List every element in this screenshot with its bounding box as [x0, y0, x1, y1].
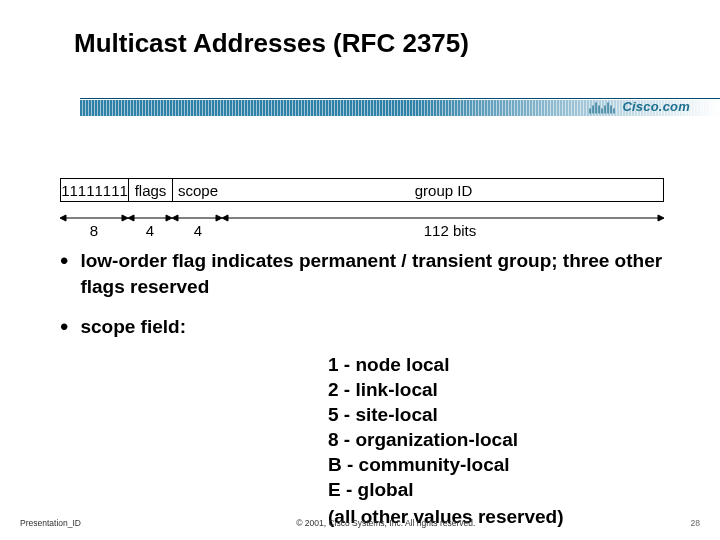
svg-marker-20: [658, 215, 664, 221]
width-label: 8: [64, 222, 124, 239]
bullet-item: • low-order flag indicates permanent / t…: [60, 248, 680, 300]
scope-value: E - global: [328, 477, 564, 502]
bullet-dot-icon: •: [60, 314, 68, 340]
field-group-id: group ID: [223, 179, 664, 201]
width-arrow-icon: [128, 214, 172, 222]
presentation-id: Presentation_ID: [20, 518, 81, 528]
footer: Presentation_ID © 2001, Cisco Systems, I…: [20, 518, 700, 528]
diagram-fields-row: 11111111 flags scope group ID: [60, 178, 664, 202]
svg-marker-19: [222, 215, 228, 221]
bullet-list: • low-order flag indicates permanent / t…: [60, 248, 680, 354]
slide: Multicast Addresses (RFC 2375) Cis: [0, 0, 720, 540]
page-number: 28: [691, 518, 700, 528]
address-diagram: 11111111 flags scope group ID: [60, 178, 664, 252]
cisco-bars-icon: [588, 99, 616, 115]
field-scope: scope: [173, 179, 223, 201]
scope-value: 5 - site-local: [328, 402, 564, 427]
svg-marker-16: [172, 215, 178, 221]
width-label: 4: [168, 222, 228, 239]
scope-value: 2 - link-local: [328, 377, 564, 402]
field-prefix: 11111111: [61, 179, 129, 201]
width-arrow-icon: [172, 214, 222, 222]
scope-value: 8 - organization-local: [328, 427, 564, 452]
svg-marker-10: [60, 215, 66, 221]
width-arrow-icon: [222, 214, 664, 222]
width-label: 112 bits: [390, 222, 510, 239]
brand-logo: Cisco.com: [588, 98, 690, 115]
scope-value: B - community-local: [328, 452, 564, 477]
scope-values: 1 - node local 2 - link-local 5 - site-l…: [328, 352, 564, 529]
scope-value: 1 - node local: [328, 352, 564, 377]
bullet-dot-icon: •: [60, 248, 68, 274]
bullet-text: scope field:: [80, 314, 186, 340]
diagram-widths-row: 8 4 4 112 bits: [60, 208, 664, 238]
width-arrow-icon: [60, 214, 128, 222]
page-title: Multicast Addresses (RFC 2375): [74, 28, 469, 59]
copyright: © 2001, Cisco Systems, Inc. All rights r…: [296, 518, 475, 528]
brand-name: Cisco.com: [622, 99, 690, 114]
field-flags: flags: [129, 179, 173, 201]
bullet-text: low-order flag indicates permanent / tra…: [80, 248, 680, 300]
svg-marker-13: [128, 215, 134, 221]
bullet-item: • scope field: 1 - node local 2 - link-l…: [60, 314, 680, 340]
